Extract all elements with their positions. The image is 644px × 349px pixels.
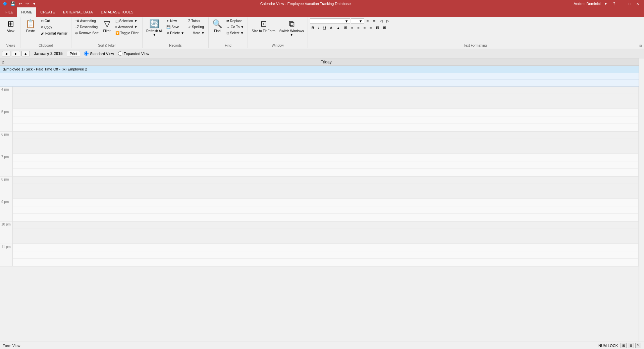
time-cell-6pm[interactable] (13, 132, 639, 154)
paste-icon: 📋 (25, 19, 36, 29)
switch-windows-btn[interactable]: ⧉ Switch Windows ▼ (278, 18, 306, 40)
close-btn[interactable]: ✕ (634, 1, 641, 6)
ribbon-group-sort: ↑A Ascending ↓Z Descending ⊘ Remove Sort… (71, 17, 143, 48)
filter-btn[interactable]: ▽ Filter (101, 18, 113, 40)
account-dropdown-btn[interactable]: ▼ (602, 1, 609, 6)
time-cell-4pm[interactable] (13, 87, 639, 109)
descending-btn[interactable]: ↓Z Descending (73, 24, 100, 30)
help-btn[interactable]: ? (611, 1, 617, 7)
layout-view-btn[interactable]: ⊟ (628, 343, 634, 348)
title-bar: 🔷 💾 ↩ ↪ ▼ Calendar View - Employee Vacat… (0, 0, 644, 7)
align-justify-btn[interactable]: ≡ (368, 25, 373, 31)
toggle-filter-btn[interactable]: 🔽 Toggle Filter (114, 30, 140, 36)
time-cell-10pm[interactable] (13, 221, 639, 244)
calendar-header-row: 2 Friday (0, 58, 639, 66)
standard-view-label[interactable]: Standard View (84, 51, 114, 56)
calendar-event[interactable]: (Employee 1) Sick - Paid Time Off - (R) … (0, 66, 639, 73)
restore-btn[interactable]: □ (627, 1, 633, 6)
advanced-btn[interactable]: ≡ Advanced ▼ (114, 24, 140, 30)
align-right-btn[interactable]: ≡ (362, 25, 367, 31)
status-bar: Form View NUM LOCK ⊞ ⊟ ✎ (0, 342, 644, 349)
standard-view-radio[interactable] (84, 51, 89, 56)
time-row-5pm: 5 pm (0, 109, 639, 132)
view-btn[interactable]: ⊞ View (3, 18, 18, 40)
time-label-8pm: 8 pm (0, 177, 13, 199)
find-col: ⇄ Replace → Go To ▼ ⊡ Select ▼ (225, 18, 246, 36)
tab-database-tools[interactable]: DATABASE TOOLS (97, 7, 137, 17)
expanded-view-label[interactable]: Expanded View (118, 51, 149, 56)
refresh-all-btn[interactable]: 🔄 Refresh All ▼ (145, 18, 164, 40)
more-btn[interactable]: ⋯ More ▼ (186, 30, 206, 36)
new-icon: ✦ (166, 19, 169, 23)
copy-btn[interactable]: ⧉ Copy (39, 24, 69, 30)
list-bullets-btn[interactable]: ≡ (365, 18, 370, 24)
indent-increase-btn[interactable]: ▷ (385, 18, 391, 24)
time-cell-9pm[interactable] (13, 199, 639, 221)
font-size-combo[interactable]: ▼ (351, 18, 364, 24)
gridlines-btn[interactable]: ⊞ (342, 25, 349, 31)
time-cell-5pm[interactable] (13, 109, 639, 131)
time-cell-7pm[interactable] (13, 154, 639, 176)
paste-btn[interactable]: 📋 Paste (22, 18, 39, 40)
font-color-btn[interactable]: A (328, 25, 334, 31)
alt-text-btn[interactable]: ⊟ (374, 25, 381, 31)
find-btn[interactable]: 🔍 Find (211, 18, 224, 40)
bold-btn[interactable]: B (310, 25, 316, 31)
tab-home[interactable]: HOME (17, 7, 36, 17)
format-painter-icon: 🖌 (41, 32, 44, 35)
save-quick-btn[interactable]: 💾 (9, 1, 16, 6)
font-name-combo[interactable]: ▼ (310, 18, 350, 24)
selection-btn[interactable]: ⬚ Selection ▼ (114, 18, 140, 24)
time-cell-11pm[interactable] (13, 244, 639, 266)
ascending-btn[interactable]: ↑A Ascending (73, 18, 100, 24)
nav-prev-btn[interactable]: ◄ (2, 51, 10, 56)
records-group-label: Records (145, 43, 206, 48)
text-formatting-expand-btn[interactable]: ⊡ (639, 44, 642, 47)
nav-next-btn[interactable]: ► (12, 51, 20, 56)
size-to-fit-btn[interactable]: ⊡ Size to Fit Form (250, 18, 277, 40)
time-row-6pm: 6 pm (0, 132, 639, 154)
cut-btn[interactable]: ✂ Cut (39, 18, 69, 24)
spelling-btn[interactable]: ✓ Spelling (186, 24, 206, 30)
find-group-label: Find (211, 43, 246, 48)
select-btn[interactable]: ⊡ Select ▼ (225, 30, 246, 36)
records-group-content: 🔄 Refresh All ▼ ✦ New 💾 Save ✕ Delete ▼ (145, 18, 206, 43)
datasheet-btn[interactable]: ⊞ (381, 25, 388, 31)
qa-dropdown-btn[interactable]: ▼ (31, 1, 37, 6)
list-numbers-btn[interactable]: ≣ (371, 18, 377, 24)
go-to-btn[interactable]: → Go To ▼ (225, 24, 246, 30)
format-painter-btn[interactable]: 🖌 Format Painter (39, 31, 69, 36)
align-center-btn[interactable]: ≡ (356, 25, 361, 31)
italic-btn[interactable]: I (317, 25, 321, 31)
view-icon: ⊞ (7, 19, 14, 29)
print-btn[interactable]: Print (67, 51, 80, 56)
expanded-view-radio[interactable] (118, 51, 122, 56)
undo-btn[interactable]: ↩ (18, 1, 23, 6)
tab-create[interactable]: CREATE (36, 7, 59, 17)
save-btn[interactable]: 💾 Save (165, 24, 186, 30)
tab-file[interactable]: FILE (1, 7, 17, 17)
calendar-scroll[interactable]: 4 pm 5 pm 6 pm (0, 87, 639, 342)
num-lock-label: NUM LOCK (598, 344, 618, 348)
minimize-btn[interactable]: ─ (619, 1, 626, 6)
spelling-icon: ✓ (188, 25, 191, 29)
align-left-btn[interactable]: ≡ (350, 25, 355, 31)
right-scrollbar[interactable] (639, 58, 644, 342)
record-view-btn[interactable]: ⊞ (621, 343, 627, 348)
highlight-btn[interactable]: ▲ (335, 25, 342, 31)
records-col2: Σ Totals ✓ Spelling ⋯ More ▼ (186, 18, 206, 36)
replace-btn[interactable]: ⇄ Replace (225, 18, 246, 24)
delete-btn[interactable]: ✕ Delete ▼ (165, 30, 186, 36)
underline-btn[interactable]: U (322, 25, 328, 31)
totals-btn[interactable]: Σ Totals (186, 18, 206, 24)
new-btn[interactable]: ✦ New (165, 18, 186, 24)
nav-up-btn[interactable]: ▲ (21, 51, 30, 56)
tab-external-data[interactable]: EXTERNAL DATA (59, 7, 97, 17)
redo-btn[interactable]: ↪ (24, 1, 30, 6)
design-view-btn[interactable]: ✎ (635, 343, 641, 348)
remove-sort-btn[interactable]: ⊘ Remove Sort (73, 30, 100, 36)
indent-decrease-btn[interactable]: ◁ (378, 18, 384, 24)
select-icon: ⊡ (226, 31, 229, 35)
time-cell-8pm[interactable] (13, 177, 639, 199)
save-icon: 💾 (166, 25, 170, 29)
